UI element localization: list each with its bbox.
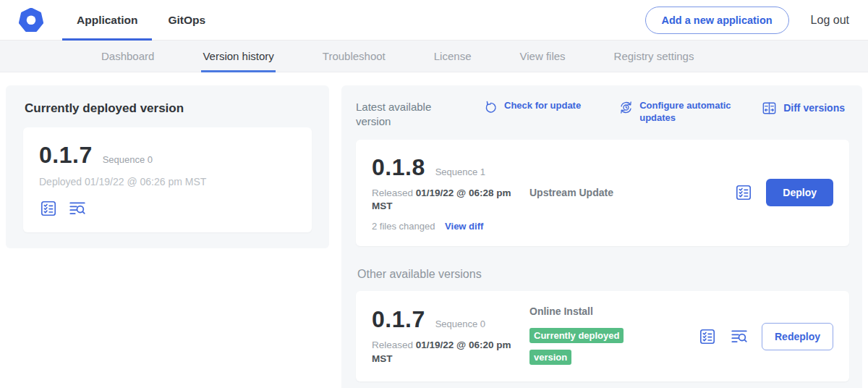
deployed-sequence-label: Sequence 0 [103, 154, 153, 165]
deployed-version-number: 0.1.7 [39, 142, 93, 169]
top-tabs: Application GitOps [77, 0, 236, 41]
preflight-checks-icon[interactable] [698, 327, 717, 346]
diff-versions-button[interactable]: Diff versions [761, 100, 845, 117]
main-content: Currently deployed version 0.1.7 Sequenc… [0, 72, 868, 388]
configure-automatic-updates-button[interactable]: Configure automatic updates [618, 100, 748, 125]
latest-available-title: Latest available version [356, 100, 450, 130]
auto-update-clock-icon [618, 100, 634, 115]
subnav-troubleshoot[interactable]: Troubleshoot [323, 41, 386, 72]
check-for-update-button[interactable]: Check for update [483, 100, 581, 115]
deployed-panel-title: Currently deployed version [25, 101, 312, 116]
preflight-checks-icon[interactable] [39, 199, 58, 218]
version-number: 0.1.7 [372, 306, 425, 333]
subnav-version-history[interactable]: Version history [203, 41, 273, 72]
version-number: 0.1.8 [372, 154, 425, 181]
subnav-registry-settings[interactable]: Registry settings [614, 41, 694, 72]
add-application-button[interactable]: Add a new application [645, 7, 789, 34]
version-card-017: 0.1.7 Sequence 0 Released 01/19/22 @ 06:… [356, 291, 849, 381]
app-logo-icon[interactable] [19, 8, 43, 33]
tab-gitops[interactable]: GitOps [168, 0, 205, 41]
deployed-version-card: 0.1.7 Sequence 0 Deployed 01/19/22 @ 06:… [23, 127, 312, 232]
version-source-label: Upstream Update [529, 187, 734, 198]
tab-application[interactable]: Application [77, 0, 137, 41]
redeploy-button[interactable]: Redeploy [762, 323, 833, 350]
released-date: Released 01/19/22 @ 06:20 pm MST [372, 339, 525, 366]
version-source-label: Online Install [529, 305, 698, 317]
diff-icon [761, 100, 778, 117]
sequence-label: Sequence 1 [435, 166, 485, 177]
currently-deployed-panel: Currently deployed version 0.1.7 Sequenc… [6, 85, 329, 248]
available-versions-panel: Latest available version Check for updat… [341, 85, 862, 388]
currently-deployed-badge: Currently deployed version [529, 328, 624, 365]
subnav-dashboard[interactable]: Dashboard [101, 41, 154, 72]
available-panel-header: Latest available version Check for updat… [356, 100, 849, 130]
refresh-icon [483, 100, 498, 115]
other-versions-title: Other available versions [357, 268, 849, 281]
deploy-button[interactable]: Deploy [766, 179, 833, 206]
preflight-checks-icon[interactable] [734, 183, 753, 202]
app-subnav: Dashboard Version history Troubleshoot L… [0, 41, 868, 72]
deploy-logs-icon[interactable] [68, 199, 87, 218]
released-date: Released 01/19/22 @ 06:28 pm MST [372, 187, 525, 214]
files-changed-label: 2 files changed [372, 221, 435, 232]
sequence-label: Sequence 0 [435, 319, 485, 329]
deploy-logs-icon[interactable] [730, 327, 749, 346]
version-card-018: 0.1.8 Sequence 1 Released 01/19/22 @ 06:… [356, 140, 849, 247]
top-navbar: Application GitOps Add a new application… [0, 0, 868, 41]
view-diff-link[interactable]: View diff [445, 221, 483, 232]
deployed-date: Deployed 01/19/22 @ 06:26 pm MST [39, 176, 296, 187]
subnav-view-files[interactable]: View files [519, 41, 565, 72]
logout-link[interactable]: Log out [811, 14, 849, 27]
subnav-license[interactable]: License [434, 41, 472, 72]
topbar-right: Add a new application Log out [645, 7, 849, 34]
